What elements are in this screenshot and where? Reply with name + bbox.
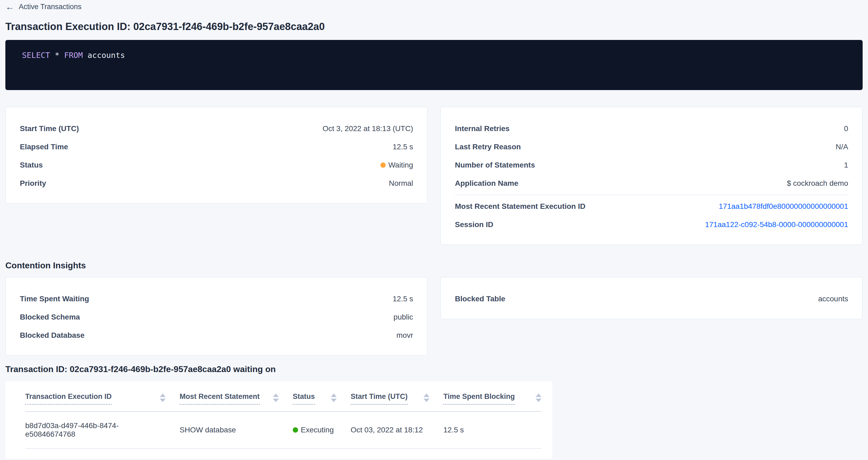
- sort-descending-icon: [331, 399, 337, 402]
- sort-ascending-icon: [536, 394, 541, 397]
- sort-arrows[interactable]: [424, 394, 429, 402]
- column-header-status[interactable]: Status: [293, 393, 351, 405]
- detail-row-time-spent-waiting: Time Spent Waiting 12.5 s: [20, 290, 413, 308]
- detail-row-number-of-statements: Number of Statements 1: [455, 156, 848, 174]
- detail-label: Start Time (UTC): [20, 124, 79, 133]
- detail-label: Blocked Schema: [20, 313, 80, 321]
- column-header-label: Time Spent Blocking: [443, 393, 515, 405]
- sort-descending-icon: [536, 399, 541, 402]
- sort-ascending-icon: [424, 394, 429, 397]
- column-header-most-recent-statement[interactable]: Most Recent Statement: [180, 393, 293, 405]
- detail-value: 12.5 s: [393, 295, 413, 303]
- detail-label: Blocked Database: [20, 331, 85, 340]
- cell-most-recent-statement: SHOW database: [180, 426, 293, 434]
- statement-execution-id-link[interactable]: 171aa1b478fdf0e80000000000000001: [719, 202, 848, 211]
- sql-keyword: FROM: [64, 51, 83, 60]
- detail-row-elapsed-time: Elapsed Time 12.5 s: [20, 138, 413, 156]
- column-header-label: Start Time (UTC): [351, 393, 408, 405]
- detail-value: 12.5 s: [393, 143, 413, 151]
- overview-cards-row: Start Time (UTC) Oct 3, 2022 at 18:13 (U…: [5, 107, 863, 245]
- column-header-label: Most Recent Statement: [180, 393, 260, 405]
- card-divider: [455, 195, 848, 195]
- detail-row-blocked-table: Blocked Table accounts: [455, 290, 848, 308]
- detail-label: Status: [20, 161, 43, 170]
- detail-row-session-id: Session ID 171aa122-c092-54b8-0000-00000…: [455, 216, 848, 234]
- waiting-transactions-table-inner: Transaction Execution ID Most Recent Sta…: [25, 381, 541, 449]
- waiting-status-dot-icon: [380, 162, 386, 168]
- executing-status-dot-icon: [293, 427, 298, 433]
- waiting-on-heading: Transaction ID: 02ca7931-f246-469b-b2fe-…: [5, 364, 863, 374]
- sort-ascending-icon: [273, 394, 279, 397]
- back-to-active-transactions-link[interactable]: ← Active Transactions: [5, 2, 82, 11]
- sort-arrows[interactable]: [331, 394, 337, 402]
- cell-start-time: Oct 03, 2022 at 18:12: [351, 426, 443, 434]
- status-badge: Waiting: [380, 161, 413, 170]
- session-id-link[interactable]: 171aa122-c092-54b8-0000-000000000001: [705, 220, 848, 229]
- sort-descending-icon: [273, 399, 279, 402]
- contention-details-card: Time Spent Waiting 12.5 s Blocked Schema…: [5, 277, 428, 356]
- detail-row-status: Status Waiting: [20, 156, 413, 174]
- table-header-row: Transaction Execution ID Most Recent Sta…: [25, 381, 541, 412]
- contention-insights-heading: Contention Insights: [5, 260, 863, 271]
- transaction-details-page: ← Active Transactions Transaction Execut…: [0, 0, 868, 458]
- cell-transaction-execution-id: b8d7d03a-d497-446b-8474-e50846674768: [25, 421, 180, 438]
- sort-descending-icon: [160, 399, 166, 402]
- detail-row-priority: Priority Normal: [20, 174, 413, 192]
- detail-value: public: [394, 313, 413, 321]
- status-text: Executing: [301, 426, 334, 434]
- detail-row-blocked-database: Blocked Database movr: [20, 326, 413, 344]
- detail-row-statement-execution-id: Most Recent Statement Execution ID 171aa…: [455, 197, 848, 216]
- page-title: Transaction Execution ID: 02ca7931-f246-…: [5, 21, 863, 32]
- sort-ascending-icon: [331, 394, 337, 397]
- detail-value: N/A: [836, 143, 848, 151]
- detail-value: $ cockroach demo: [787, 179, 848, 188]
- transaction-meta-card: Internal Retries 0 Last Retry Reason N/A…: [440, 107, 863, 245]
- detail-value: Normal: [389, 179, 413, 188]
- back-arrow-icon: ←: [5, 2, 14, 11]
- sort-ascending-icon: [160, 394, 166, 397]
- back-link-label: Active Transactions: [19, 3, 82, 11]
- status-text: Waiting: [389, 161, 413, 170]
- cell-status: Executing: [293, 426, 351, 434]
- detail-row-application-name: Application Name $ cockroach demo: [455, 174, 848, 192]
- detail-row-start-time: Start Time (UTC) Oct 3, 2022 at 18:13 (U…: [20, 120, 413, 138]
- detail-value: 0: [844, 124, 848, 133]
- detail-row-internal-retries: Internal Retries 0: [455, 120, 848, 138]
- transaction-summary-card: Start Time (UTC) Oct 3, 2022 at 18:13 (U…: [5, 107, 428, 204]
- column-header-start-time[interactable]: Start Time (UTC): [351, 393, 443, 405]
- column-header-label: Transaction Execution ID: [25, 393, 112, 405]
- detail-row-blocked-schema: Blocked Schema public: [20, 308, 413, 326]
- detail-label: Time Spent Waiting: [20, 295, 89, 303]
- contention-cards-row: Time Spent Waiting 12.5 s Blocked Schema…: [5, 277, 863, 356]
- cell-time-spent-blocking: 12.5 s: [443, 426, 541, 434]
- detail-label: Application Name: [455, 179, 518, 188]
- sort-arrows[interactable]: [536, 394, 541, 402]
- column-header-transaction-execution-id[interactable]: Transaction Execution ID: [25, 393, 180, 405]
- detail-label: Blocked Table: [455, 295, 505, 303]
- detail-value: Oct 3, 2022 at 18:13 (UTC): [322, 124, 413, 133]
- sql-table-name: accounts: [87, 51, 125, 60]
- detail-label: Last Retry Reason: [455, 143, 521, 151]
- table-row: b8d7d03a-d497-446b-8474-e50846674768 SHO…: [25, 412, 541, 449]
- detail-label: Internal Retries: [455, 124, 509, 133]
- detail-label: Priority: [20, 179, 46, 188]
- sql-star: *: [55, 51, 59, 60]
- detail-value: accounts: [818, 295, 848, 303]
- detail-row-last-retry-reason: Last Retry Reason N/A: [455, 138, 848, 156]
- sql-keyword: SELECT: [22, 51, 50, 60]
- detail-label: Elapsed Time: [20, 143, 68, 151]
- blocked-table-card: Blocked Table accounts: [440, 277, 863, 319]
- detail-label: Session ID: [455, 220, 493, 229]
- column-header-time-spent-blocking[interactable]: Time Spent Blocking: [443, 393, 541, 405]
- waiting-transactions-table: Transaction Execution ID Most Recent Sta…: [5, 381, 552, 458]
- sort-arrows[interactable]: [273, 394, 279, 402]
- column-header-label: Status: [293, 393, 315, 405]
- detail-label: Number of Statements: [455, 161, 535, 170]
- sort-arrows[interactable]: [160, 394, 166, 402]
- sql-statement-box: SELECT * FROM accounts: [5, 40, 863, 90]
- detail-label: Most Recent Statement Execution ID: [455, 202, 585, 211]
- detail-value: movr: [397, 331, 413, 340]
- detail-value: 1: [844, 161, 848, 170]
- sort-descending-icon: [424, 399, 429, 402]
